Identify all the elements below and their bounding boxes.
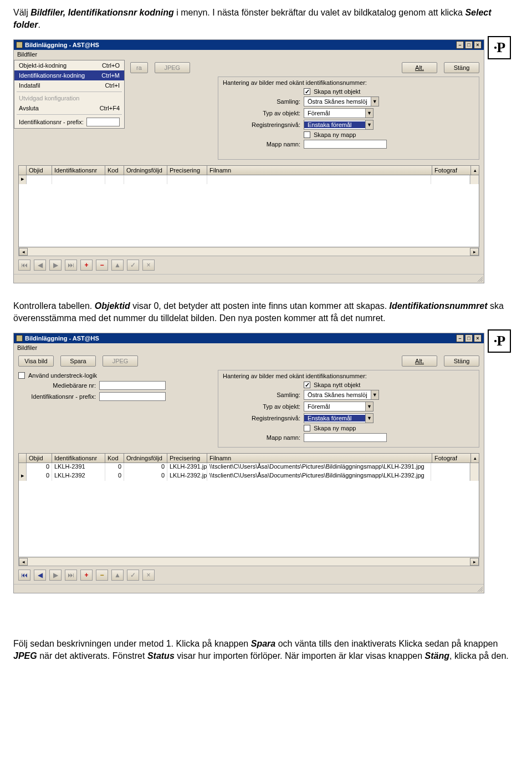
panel-heading: Hantering av bilder med okänt identifika… [223, 79, 474, 86]
prefix-input-s1[interactable] [86, 118, 120, 126]
nav-edit[interactable]: ▲ [111, 260, 124, 271]
nav-add[interactable]: + [80, 570, 93, 581]
typ-combo[interactable]: Föremål▼ [304, 108, 374, 118]
nav-edit[interactable]: ▲ [111, 570, 124, 581]
mapp-namn-label: Mapp namn: [223, 434, 300, 441]
table-row[interactable]: 0 LKLH-2391 0 0 LKLH-2391.jpg \\tsclient… [19, 463, 479, 472]
alt-button[interactable]: Alt. [402, 355, 437, 367]
nav-first[interactable]: ⏮ [18, 260, 30, 271]
resize-grip-icon[interactable] [476, 275, 483, 282]
chevron-down-icon: ▼ [365, 120, 373, 129]
nav-cancel[interactable]: × [142, 260, 155, 271]
col-filnamn[interactable]: Filnamn [207, 165, 432, 175]
data-grid: Objid Identifikationsnr Kod Ordningsfölj… [18, 453, 479, 566]
understreck-checkbox[interactable] [18, 372, 25, 379]
col-objid[interactable]: Objid [26, 453, 52, 463]
horizontal-scrollbar[interactable]: ◂ ▸ [18, 557, 479, 566]
mediebarare-input[interactable] [99, 381, 166, 390]
maximize-button[interactable]: □ [465, 334, 473, 342]
stang-button[interactable]: Stäng [444, 355, 479, 367]
nav-next[interactable]: ▶ [49, 570, 62, 581]
col-identifikationsnr[interactable]: Identifikationsnr [52, 453, 105, 463]
nav-delete[interactable]: − [96, 570, 108, 581]
nav-cancel[interactable]: × [142, 570, 155, 581]
data-grid: Objid Identifikationsnr Kod Ordningsfölj… [18, 165, 479, 256]
scroll-up-button[interactable]: ▴ [470, 165, 479, 175]
col-kod[interactable]: Kod [105, 453, 124, 463]
skapa-nytt-objekt-checkbox[interactable] [304, 382, 310, 388]
horizontal-scrollbar[interactable]: ◂ ▸ [18, 247, 479, 256]
mapp-namn-label: Mapp namn: [223, 141, 300, 148]
menu-objekt-id-kodning[interactable]: Objekt-id-kodningCtrl+O [14, 60, 124, 70]
menu-identifikationsnr-kodning[interactable]: Identifikationsnr-kodningCtrl+M [14, 70, 124, 80]
resize-grip-icon[interactable] [476, 585, 483, 592]
col-precisering[interactable]: Precisering [167, 165, 207, 175]
mediebarare-label: Mediebärare nr: [18, 382, 96, 389]
nav-post[interactable]: ✓ [127, 570, 139, 581]
app-icon [16, 335, 23, 342]
table-row[interactable]: ▸ [19, 175, 479, 184]
col-identifikationsnr[interactable]: Identifikationsnr [52, 165, 105, 175]
table-row[interactable]: ▸ 0 LKLH-2392 0 0 LKLH-2392.jpg \\tsclie… [19, 472, 479, 481]
record-navigator: ⏮ ◀ ▶ ⏭ + − ▲ ✓ × [14, 566, 484, 584]
reg-combo[interactable]: Enstaka föremål▼ [304, 120, 374, 130]
visa-bild-button[interactable]: Visa bild [18, 355, 54, 367]
stang-button[interactable]: Stäng [444, 62, 479, 73]
minimize-button[interactable]: – [456, 41, 464, 49]
typ-combo[interactable]: Föremål▼ [304, 402, 374, 411]
scroll-right-button[interactable]: ▸ [470, 248, 479, 256]
alt-button[interactable]: Alt. [402, 62, 437, 73]
typ-label: Typ av objekt: [223, 403, 300, 410]
menu-indatafil[interactable]: IndatafilCtrl+I [14, 80, 124, 90]
scroll-up-button[interactable]: ▴ [470, 453, 479, 463]
samling-combo[interactable]: Östra Skånes hemslöj▼ [304, 96, 379, 106]
skapa-ny-mapp-checkbox[interactable] [304, 131, 310, 138]
reg-combo[interactable]: Enstaka föremål▼ [304, 413, 374, 423]
col-precisering[interactable]: Precisering [167, 453, 207, 463]
prefix-label: Identifikationsnr - prefix: [18, 393, 96, 400]
menu-prefix-row: Identifikationsnr - prefix: [14, 116, 124, 128]
nav-last[interactable]: ⏭ [65, 260, 77, 271]
skapa-ny-mapp-checkbox[interactable] [304, 425, 310, 431]
col-ordningsfoljd[interactable]: Ordningsföljd [124, 165, 167, 175]
nav-next[interactable]: ▶ [49, 260, 62, 271]
skapa-nytt-objekt-checkbox[interactable] [304, 88, 310, 95]
maximize-button[interactable]: □ [465, 41, 473, 49]
nav-first[interactable]: ⏮ [18, 570, 30, 581]
understreck-label: Använd understreck-logik [28, 372, 97, 379]
bildfiler-menu: Objekt-id-kodningCtrl+O Identifikationsn… [14, 60, 125, 129]
col-filnamn[interactable]: Filnamn [207, 453, 432, 463]
scroll-right-button[interactable]: ▸ [470, 558, 479, 566]
samling-combo[interactable]: Östra Skånes hemslöj▼ [304, 390, 379, 400]
statusbar [14, 274, 484, 283]
close-button[interactable]: × [474, 41, 482, 49]
col-ordningsfoljd[interactable]: Ordningsföljd [124, 453, 167, 463]
scroll-left-button[interactable]: ◂ [19, 248, 28, 256]
close-button[interactable]: × [474, 334, 482, 342]
jpeg-button[interactable]: JPEG [103, 355, 138, 367]
menu-avsluta[interactable]: AvslutaCtrl+F4 [14, 103, 124, 113]
reg-label: Registreringsnivå: [223, 121, 300, 128]
nav-prev[interactable]: ◀ [34, 570, 46, 581]
mapp-namn-input[interactable] [304, 433, 387, 442]
skapa-nytt-objekt-label: Skapa nytt objekt [314, 88, 360, 95]
chevron-down-icon: ▼ [365, 414, 373, 423]
menubar[interactable]: Bildfiler [14, 343, 484, 352]
jpeg-button[interactable]: JPEG [155, 62, 190, 73]
nav-delete[interactable]: − [96, 260, 108, 271]
col-fotograf[interactable]: Fotograf [432, 165, 470, 175]
col-fotograf[interactable]: Fotograf [432, 453, 470, 463]
col-kod[interactable]: Kod [105, 165, 124, 175]
samling-label: Samling: [223, 98, 300, 105]
nav-add[interactable]: + [80, 260, 93, 271]
nav-last[interactable]: ⏭ [65, 570, 77, 581]
minimize-button[interactable]: – [456, 334, 464, 342]
mapp-namn-input[interactable] [304, 140, 387, 149]
prefix-input[interactable] [99, 392, 166, 401]
nav-post[interactable]: ✓ [127, 260, 139, 271]
menubar[interactable]: Bildfiler [14, 50, 484, 59]
spara-button[interactable]: Spara [60, 355, 96, 367]
scroll-left-button[interactable]: ◂ [19, 558, 28, 566]
nav-prev[interactable]: ◀ [34, 260, 46, 271]
col-objid[interactable]: Objid [26, 165, 52, 175]
